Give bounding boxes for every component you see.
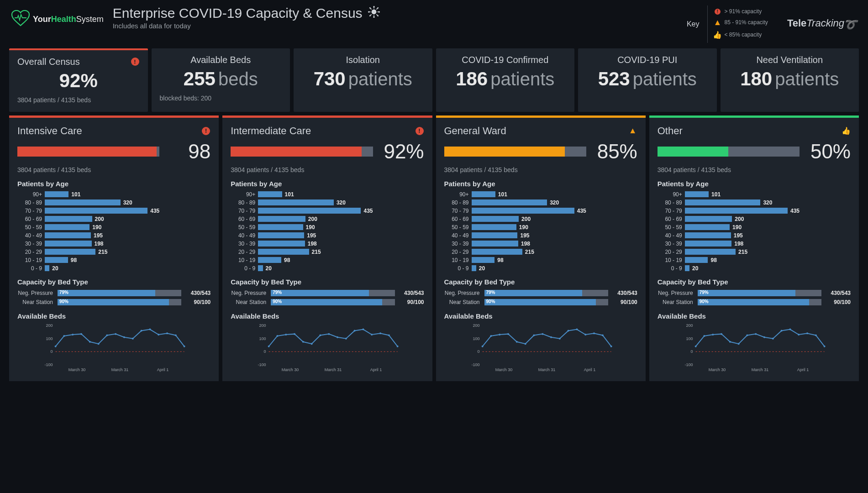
- tile-value: 186: [456, 68, 488, 89]
- age-value: 215: [98, 249, 107, 255]
- age-value: 200: [735, 216, 744, 222]
- column-subtext: 3804 patients / 4135 beds: [444, 166, 637, 173]
- tile-subtext: blocked beds: 200: [160, 94, 282, 102]
- bedtype-value: 90/100: [184, 299, 210, 305]
- age-label: 90+: [231, 191, 258, 198]
- age-row: 0 - 9 20: [231, 264, 424, 273]
- section-capacity-bedtype: Capacity by Bed Type: [231, 278, 424, 286]
- age-label: 80 - 89: [17, 199, 45, 206]
- age-label: 80 - 89: [231, 199, 258, 206]
- age-label: 20 - 29: [231, 249, 258, 255]
- age-label: 40 - 49: [444, 232, 472, 239]
- age-row: 10 - 19 98: [231, 256, 424, 264]
- svg-text:April 1: April 1: [797, 367, 809, 372]
- age-row: 90+ 101: [444, 190, 637, 199]
- capacity-percent: 92%: [379, 142, 424, 162]
- age-label: 20 - 29: [658, 249, 685, 255]
- age-row: 80 - 89 320: [444, 199, 637, 207]
- svg-text:0: 0: [51, 349, 53, 354]
- age-value: 101: [71, 191, 80, 198]
- age-row: 40 - 49 195: [17, 231, 210, 240]
- bedtype-value: 90/100: [398, 299, 424, 305]
- svg-text:March 31: March 31: [325, 367, 342, 372]
- age-value: 320: [123, 199, 132, 206]
- svg-point-31: [132, 337, 134, 339]
- column-subtext: 3804 patients / 4135 beds: [17, 166, 210, 173]
- svg-text:March 31: March 31: [538, 367, 555, 372]
- column-title: General Ward: [444, 125, 506, 137]
- svg-point-76: [533, 334, 535, 336]
- svg-point-11: [368, 11, 369, 12]
- age-value: 215: [312, 249, 321, 255]
- age-label: 70 - 79: [444, 208, 472, 214]
- column-subtext: 3804 patients / 4135 beds: [231, 166, 424, 173]
- age-value: 435: [577, 208, 586, 214]
- age-row: 20 - 29 215: [17, 248, 210, 256]
- legend-key-label: Key: [687, 20, 700, 28]
- age-label: 30 - 39: [658, 241, 685, 247]
- svg-point-103: [772, 337, 774, 339]
- tile-title: Available Beds: [160, 55, 282, 65]
- bedtype-row: Near Station 90% 90/100: [658, 298, 851, 307]
- svg-point-58: [371, 334, 373, 336]
- svg-point-80: [567, 330, 569, 331]
- svg-point-73: [507, 333, 509, 335]
- svg-text:March 30: March 30: [68, 367, 86, 372]
- age-label: 70 - 79: [231, 208, 258, 214]
- age-value: 198: [95, 241, 104, 247]
- column-title: Other: [658, 125, 683, 137]
- age-value: 101: [498, 191, 507, 198]
- care-column-gw: General Ward ▲ 85% 3804 patients / 4135 …: [436, 115, 646, 381]
- svg-point-34: [158, 334, 159, 336]
- tile-title: Overall Census: [17, 57, 80, 67]
- age-value: 190: [92, 224, 101, 231]
- age-row: 60 - 69 200: [231, 215, 424, 223]
- age-label: 50 - 59: [444, 224, 472, 231]
- bedtype-value: 430/543: [398, 290, 424, 296]
- svg-point-29: [115, 333, 116, 335]
- bedtype-label: Near Station: [231, 299, 268, 305]
- tile-value: 730: [314, 68, 346, 89]
- tile-need-ventilation: Need Ventilation 180patients: [721, 48, 859, 112]
- heart-icon: [11, 10, 30, 28]
- svg-point-95: [703, 335, 705, 337]
- age-label: 40 - 49: [17, 232, 45, 239]
- age-value: 200: [521, 216, 531, 222]
- age-row: 70 - 79 435: [658, 207, 851, 215]
- age-row: 40 - 49 195: [658, 231, 851, 240]
- age-value: 98: [284, 257, 290, 263]
- bedtype-row: Near Station 90% 90/100: [444, 298, 637, 307]
- available-beds-chart: -1000100200 March 30March 31April 1: [17, 323, 210, 373]
- svg-text:0: 0: [264, 349, 266, 354]
- column-title: Intensive Care: [17, 125, 82, 137]
- svg-text:100: 100: [686, 336, 693, 341]
- section-patients-by-age: Patients by Age: [17, 180, 210, 188]
- alert-high-icon: !: [714, 9, 721, 15]
- age-row: 20 - 29 215: [658, 248, 851, 256]
- logo-health: Health: [51, 15, 76, 24]
- svg-point-96: [712, 334, 714, 336]
- age-label: 80 - 89: [444, 199, 472, 206]
- age-label: 60 - 69: [444, 216, 472, 222]
- svg-point-59: [379, 332, 381, 334]
- legend-low: < 85% capacity: [724, 31, 762, 39]
- age-row: 80 - 89 320: [658, 199, 851, 207]
- section-patients-by-age: Patients by Age: [444, 180, 637, 188]
- svg-point-53: [328, 333, 330, 335]
- age-value: 198: [734, 241, 743, 247]
- age-row: 50 - 59 190: [658, 223, 851, 231]
- bedtype-row: Neg. Pressure 79% 430/543: [17, 288, 210, 298]
- svg-point-51: [311, 343, 313, 345]
- svg-point-60: [388, 334, 390, 336]
- svg-text:100: 100: [473, 336, 479, 341]
- tile-title: Need Ventilation: [729, 55, 851, 65]
- section-available-beds: Available Beds: [17, 312, 210, 320]
- age-row: 30 - 39 198: [658, 240, 851, 248]
- svg-text:200: 200: [46, 323, 53, 328]
- tile-value: 180: [740, 68, 772, 89]
- svg-point-71: [490, 335, 492, 337]
- tile-overall-census: Overall Census ! 92% 3804 patients / 413…: [9, 48, 148, 112]
- age-label: 50 - 59: [658, 224, 685, 231]
- svg-point-0: [371, 9, 376, 14]
- svg-point-101: [755, 333, 757, 335]
